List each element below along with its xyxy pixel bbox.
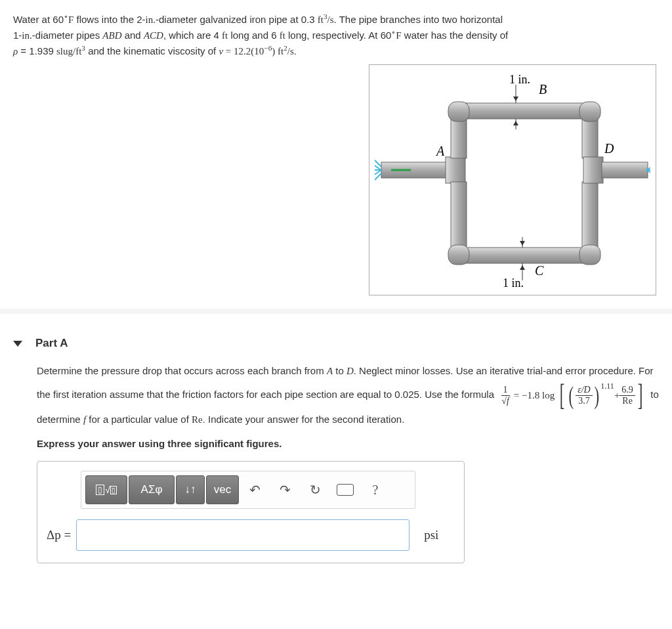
- subsup-button[interactable]: ↓↑: [176, 475, 205, 504]
- text: -diameter galvanized iron pipe at 0.3: [156, 14, 318, 25]
- const-3-7: 3.7: [576, 396, 592, 406]
- per-s: /s: [287, 46, 294, 56]
- formula-den: √f: [499, 396, 511, 406]
- svg-rect-12: [583, 157, 603, 183]
- var-abd: ABD: [102, 30, 121, 41]
- undo-button[interactable]: ↶: [240, 475, 269, 504]
- degree-symbol: ∘: [64, 12, 68, 20]
- templates-button[interactable]: ▯√▯: [85, 475, 127, 504]
- svg-rect-10: [448, 245, 469, 265]
- text: long, respectively. At 60: [285, 30, 391, 41]
- unit-ft: ft: [280, 30, 285, 41]
- text: and the kinematic viscosity of: [85, 45, 219, 56]
- dim-top-label: 1 in.: [509, 73, 530, 86]
- label-c: C: [535, 263, 544, 278]
- answer-unit: psi: [424, 528, 438, 542]
- answer-input[interactable]: [76, 519, 410, 551]
- formula-eq: = −1.8 log: [514, 387, 555, 404]
- part-a-title: Part A: [35, 337, 68, 350]
- svg-rect-5: [451, 182, 467, 249]
- svg-rect-9: [579, 102, 600, 121]
- pipe-diagram: 1 in. B A D C 1 in.: [369, 64, 656, 295]
- equals: =: [223, 46, 234, 56]
- text: . The pipe branches into two horizontal: [334, 14, 503, 25]
- reset-button[interactable]: ↻: [301, 475, 329, 504]
- eps-d: ε/D: [576, 385, 593, 395]
- text: to: [333, 365, 346, 376]
- unit-ft: ft: [318, 14, 324, 25]
- text: = 1.939: [18, 45, 56, 56]
- delta-p: Δp: [47, 528, 61, 542]
- collapse-icon[interactable]: [13, 341, 22, 347]
- nu-value: 12.2(10: [234, 46, 264, 56]
- text: water has the density of: [402, 30, 509, 41]
- answer-box: ▯√▯ ΑΣφ ↓↑ vec ↶ ↷ ↻ ? Δp = psi: [37, 461, 465, 563]
- text: Water at 60: [13, 14, 64, 25]
- text: and: [122, 30, 144, 41]
- help-button[interactable]: ?: [361, 475, 390, 504]
- keyboard-button[interactable]: [331, 475, 360, 504]
- svg-rect-2: [465, 103, 583, 119]
- var-a: A: [327, 366, 333, 376]
- diagram-svg: 1 in. B A D C 1 in.: [375, 72, 650, 288]
- var-re: Re: [192, 414, 203, 425]
- svg-rect-13: [602, 162, 648, 178]
- express-instruction: Express your answer using three signific…: [37, 438, 659, 449]
- const-6-9: 6.9: [620, 385, 635, 395]
- text: -diameter pipes: [32, 30, 103, 41]
- nu-close: ) ft: [272, 46, 284, 56]
- svg-rect-8: [448, 102, 469, 121]
- per-s: /s: [327, 14, 334, 25]
- equation-toolbar: ▯√▯ ΑΣφ ↓↑ vec ↶ ↷ ↻ ?: [81, 471, 415, 509]
- text: long and 6: [228, 30, 279, 41]
- dim-bottom-label: 1 in.: [503, 276, 524, 288]
- label-a: A: [435, 144, 445, 158]
- var-acd: ACD: [144, 30, 163, 41]
- problem-statement: Water at 60∘F flows into the 2-in.-diame…: [0, 0, 672, 314]
- unit-in: in.: [22, 30, 32, 41]
- question-text: Determine the pressure drop that occurs …: [37, 362, 659, 429]
- problem-text: Water at 60∘F flows into the 2-in.-diame…: [13, 12, 659, 59]
- text: 1-: [13, 30, 22, 41]
- equals: =: [61, 528, 71, 542]
- svg-rect-11: [579, 245, 600, 265]
- text: , which are 4: [163, 30, 222, 41]
- unit-ft: ft: [222, 30, 228, 41]
- redo-button[interactable]: ↷: [270, 475, 299, 504]
- svg-rect-7: [582, 182, 598, 249]
- unit-in: in.: [146, 14, 156, 25]
- svg-rect-6: [582, 118, 598, 158]
- label-d: D: [604, 141, 614, 156]
- svg-rect-3: [465, 248, 583, 263]
- label-b: B: [539, 82, 547, 97]
- svg-rect-4: [451, 118, 467, 158]
- friction-formula: 1√f = −1.8 log [ ( ε/D3.7 ) 1.11 + 6.9Re…: [499, 380, 645, 410]
- exp-neg6: −6: [264, 44, 272, 52]
- period: .: [294, 45, 297, 56]
- re: Re: [620, 396, 635, 406]
- text: flows into the 2-: [74, 14, 145, 25]
- plus: +: [614, 387, 620, 404]
- svg-rect-1: [446, 157, 465, 183]
- answer-row: Δp = psi: [47, 519, 455, 551]
- keyboard-icon: [337, 484, 354, 496]
- text: . Indicate your answer for the second it…: [203, 414, 405, 425]
- part-a-body: Determine the pressure drop that occurs …: [0, 355, 672, 576]
- text: Determine the pressure drop that occurs …: [37, 365, 327, 376]
- vec-button[interactable]: vec: [206, 475, 239, 504]
- answer-label: Δp =: [47, 528, 71, 542]
- greek-button[interactable]: ΑΣφ: [129, 475, 175, 504]
- unit-slug-ft3: slug/ft: [56, 46, 81, 56]
- text: for a particular value of: [86, 414, 192, 425]
- unit-f: F: [396, 30, 401, 41]
- formula-num: 1: [501, 385, 510, 395]
- var-d: D: [346, 366, 354, 376]
- part-a-header[interactable]: Part A: [0, 324, 672, 355]
